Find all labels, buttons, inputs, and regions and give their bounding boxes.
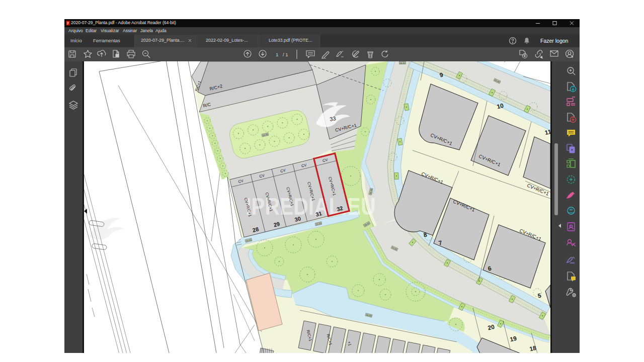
- svg-text:/ 1: / 1: [283, 52, 288, 57]
- svg-text:11: 11: [544, 128, 550, 136]
- svg-text:1: 1: [276, 52, 278, 57]
- svg-text:04.40: 04.40: [400, 62, 406, 64]
- svg-text:33: 33: [329, 115, 336, 122]
